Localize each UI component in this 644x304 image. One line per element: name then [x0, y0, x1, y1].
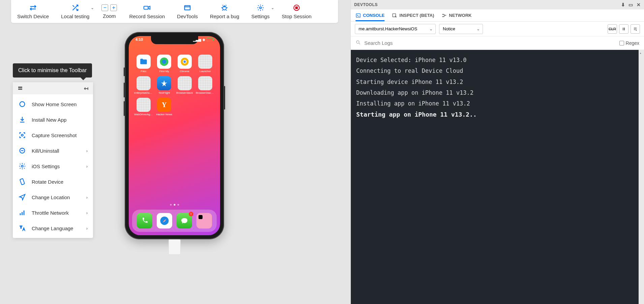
- log-line: Starting device iPhone 11 v13.2: [356, 77, 639, 87]
- scroll-bottom-button[interactable]: [631, 24, 640, 34]
- chevron-right-icon: ›: [86, 226, 88, 231]
- devtools-button[interactable]: DevTools: [171, 0, 204, 23]
- record-session-button[interactable]: Record Session: [123, 0, 171, 23]
- download-icon[interactable]: ⬇: [621, 2, 625, 7]
- clear-button[interactable]: CLR: [608, 24, 617, 34]
- zoom-control[interactable]: − + Zoom: [95, 0, 123, 23]
- app-hackernews[interactable]: YHacker News: [155, 98, 174, 116]
- collapse-icon[interactable]: ↤: [84, 85, 88, 92]
- phone-frame: 4:10 ▁▃▅ ◈ Files Find My Chrome Launcher…: [125, 32, 224, 239]
- local-testing-button[interactable]: Local testing ⌄: [55, 0, 95, 23]
- svg-point-8: [21, 134, 23, 136]
- toolbar-label: Switch Device: [17, 13, 49, 19]
- select-value: me.amitburst.HackerNewsiOS: [359, 26, 417, 31]
- svg-point-20: [183, 61, 186, 63]
- app-launcher[interactable]: Launcher: [196, 55, 215, 73]
- phone-dock: !: [132, 210, 217, 232]
- phone-mute-switch: [124, 67, 125, 76]
- minus-circle-icon: [18, 147, 26, 154]
- sidebar-item-screenshot[interactable]: Capture Screenshot: [13, 127, 93, 143]
- bug-icon: [221, 4, 228, 11]
- maximize-icon[interactable]: ▭: [628, 2, 633, 7]
- app-enterprise[interactable]: enterpriseDummy: [134, 76, 153, 94]
- sidebar-item-label: Change Language: [32, 225, 73, 231]
- regex-toggle[interactable]: Regex: [619, 40, 639, 46]
- zoom-out-button[interactable]: −: [101, 4, 108, 11]
- sidebar-item-rotate[interactable]: Rotate Device: [13, 174, 93, 189]
- drag-icon: 〓: [18, 85, 23, 92]
- phone-screen[interactable]: 4:10 ▁▃▅ ◈ Files Find My Chrome Launcher…: [129, 36, 220, 235]
- checkbox-icon: [619, 41, 624, 45]
- dock-phone[interactable]: [137, 213, 152, 229]
- tab-network[interactable]: NETWORK: [441, 9, 471, 21]
- app-select[interactable]: me.amitburst.HackerNewsiOS ⌄: [355, 24, 436, 34]
- page-indicator: [170, 204, 179, 206]
- pause-button[interactable]: [619, 24, 628, 34]
- toolbar-label: Report a bug: [210, 13, 239, 19]
- dock-messages[interactable]: !: [177, 213, 192, 229]
- devtools-controls: me.amitburst.HackerNewsiOS ⌄ Notice ⌄ CL…: [351, 22, 644, 36]
- tab-inspect[interactable]: INSPECT (BETA): [392, 9, 434, 21]
- app-findmy[interactable]: Find My: [155, 55, 174, 73]
- stop-session-button[interactable]: Stop Session: [276, 0, 317, 23]
- signal-icon: [18, 209, 26, 216]
- chevron-down-icon: ⌄: [91, 5, 94, 10]
- svg-point-29: [357, 40, 359, 43]
- notification-badge: !: [189, 212, 193, 216]
- dock-safari[interactable]: [157, 213, 172, 229]
- minimise-tooltip: Click to minimise the Toolbar: [13, 63, 92, 78]
- zoom-in-button[interactable]: +: [110, 4, 117, 11]
- sidebar-item-label: Install New App: [32, 117, 66, 123]
- svg-rect-6: [296, 7, 298, 9]
- log-level-select[interactable]: Notice ⌄: [439, 24, 483, 34]
- tab-label: CONSOLE: [363, 13, 385, 18]
- app-chrome[interactable]: Chrome: [176, 55, 194, 73]
- scrollbar[interactable]: [639, 50, 644, 304]
- sidebar-item-ios-settings[interactable]: iOS Settings ›: [13, 158, 93, 174]
- devtools-header: DEVTOOLS ⬇ ▭ ✕: [351, 0, 644, 9]
- sidebar-item-home[interactable]: Show Home Screen: [13, 96, 93, 112]
- main-toolbar: Switch Device Local testing ⌄ − + Zoom R…: [11, 0, 338, 23]
- app-browserstack[interactable]: BrowserStack: [176, 76, 194, 94]
- switch-device-button[interactable]: Switch Device: [11, 0, 55, 23]
- console-output[interactable]: Device Selected: iPhone 11 v13.0 Connect…: [351, 50, 644, 304]
- svg-rect-13: [20, 213, 21, 215]
- window-icon: [184, 4, 191, 11]
- device-preview[interactable]: 4:10 ▁▃▅ ◈ Files Find My Chrome Launcher…: [125, 32, 224, 239]
- phone-volume-up: [124, 83, 125, 97]
- app-webdriveragent[interactable]: WebDriverAgen...: [134, 98, 153, 116]
- swap-icon: [29, 4, 37, 11]
- svg-point-17: [162, 60, 166, 64]
- search-logs-input[interactable]: [364, 40, 616, 46]
- settings-button[interactable]: Settings ⌄: [245, 0, 276, 23]
- chevron-right-icon: ›: [86, 164, 88, 169]
- log-line: Downloading app on iPhone 11 v13.2: [356, 87, 639, 98]
- close-icon[interactable]: ✕: [637, 2, 641, 7]
- toolbar-label: Record Session: [129, 13, 165, 19]
- app-files[interactable]: Files: [134, 55, 153, 73]
- sidebar-item-language[interactable]: Change Language ›: [13, 220, 93, 236]
- log-line: Device Selected: iPhone 11 v13.0: [356, 55, 639, 65]
- devtools-window-controls: ⬇ ▭ ✕: [621, 2, 641, 7]
- circle-icon: [18, 100, 26, 108]
- regex-label: Regex: [626, 40, 639, 46]
- battery-icon: [207, 38, 213, 41]
- report-bug-button[interactable]: Report a bug: [204, 0, 245, 23]
- chevron-down-icon: ⌄: [271, 5, 274, 10]
- location-icon: [18, 193, 26, 201]
- tab-console[interactable]: CONSOLE: [356, 9, 385, 21]
- console-controls: CLR: [608, 24, 640, 34]
- dock-app[interactable]: [196, 213, 212, 229]
- sidebar-item-kill[interactable]: Kill/Uninstall ›: [13, 143, 93, 158]
- sidebar-item-location[interactable]: Change Location ›: [13, 189, 93, 205]
- phone-cable: [168, 239, 181, 254]
- sidebar-item-throttle[interactable]: Throttle Network ›: [13, 205, 93, 220]
- sidebar-item-install[interactable]: Install New App: [13, 112, 93, 127]
- sidebar-item-label: Capture Screenshot: [32, 132, 76, 138]
- shuffle-icon: [71, 4, 79, 11]
- app-testflight[interactable]: TestFlight: [155, 76, 174, 94]
- rotate-icon: [18, 178, 26, 185]
- app-browserstackui[interactable]: BrowserStackUI...: [196, 76, 215, 94]
- sidebar-handle[interactable]: 〓 ↤: [13, 82, 93, 94]
- sidebar-item-label: Throttle Network: [32, 210, 69, 216]
